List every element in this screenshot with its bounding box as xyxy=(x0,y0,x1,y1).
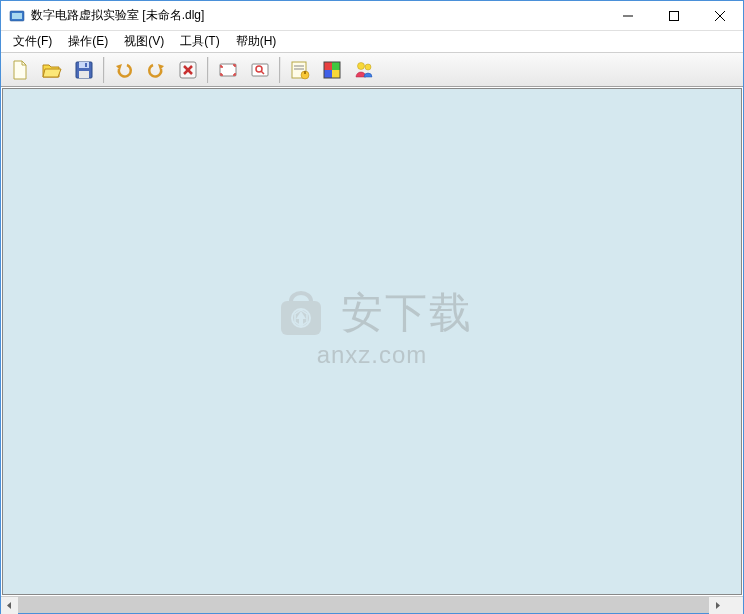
menu-tools[interactable]: 工具(T) xyxy=(172,31,227,52)
svg-rect-24 xyxy=(324,70,332,78)
svg-rect-29 xyxy=(281,301,321,335)
redo-button[interactable] xyxy=(141,56,171,84)
undo-icon xyxy=(113,59,135,81)
menu-help[interactable]: 帮助(H) xyxy=(228,31,285,52)
svg-rect-7 xyxy=(79,62,89,68)
zoom-fit-icon xyxy=(217,59,239,81)
new-document-icon xyxy=(9,59,31,81)
titlebar: 数字电路虚拟实验室 [未命名.dlg] xyxy=(1,1,743,31)
menubar: 文件(F) 操作(E) 视图(V) 工具(T) 帮助(H) xyxy=(1,31,743,53)
scroll-right-button[interactable] xyxy=(709,597,726,614)
scroll-thumb[interactable] xyxy=(18,597,709,613)
svg-point-28 xyxy=(365,64,371,70)
toolbar-separator xyxy=(207,57,209,83)
svg-rect-23 xyxy=(332,62,340,70)
toolbar xyxy=(1,53,743,87)
delete-icon xyxy=(177,59,199,81)
svg-rect-3 xyxy=(670,11,679,20)
properties-icon xyxy=(289,59,311,81)
toolbar-separator xyxy=(103,57,105,83)
watermark-text: 安下载 xyxy=(341,285,473,341)
watermark-bag-icon xyxy=(271,283,331,343)
menu-file[interactable]: 文件(F) xyxy=(5,31,60,52)
redo-icon xyxy=(145,59,167,81)
svg-rect-1 xyxy=(12,13,22,19)
users-button[interactable] xyxy=(349,56,379,84)
floppy-disk-icon xyxy=(73,59,95,81)
svg-rect-8 xyxy=(79,71,89,78)
app-icon xyxy=(9,8,25,24)
window-controls xyxy=(605,1,743,30)
scroll-track[interactable] xyxy=(18,597,709,613)
window-title: 数字电路虚拟实验室 [未命名.dlg] xyxy=(31,7,605,24)
undo-button[interactable] xyxy=(109,56,139,84)
close-button[interactable] xyxy=(697,1,743,30)
save-button[interactable] xyxy=(69,56,99,84)
svg-rect-25 xyxy=(332,70,340,78)
menu-edit[interactable]: 操作(E) xyxy=(60,31,116,52)
toolbar-separator xyxy=(279,57,281,83)
maximize-button[interactable] xyxy=(651,1,697,30)
design-canvas[interactable]: 安下载 anxz.com xyxy=(3,89,741,594)
svg-point-30 xyxy=(292,309,310,327)
scroll-left-button[interactable] xyxy=(1,597,18,614)
watermark: 安下载 anxz.com xyxy=(271,283,473,369)
scroll-corner xyxy=(726,597,743,614)
zoom-region-button[interactable] xyxy=(245,56,275,84)
horizontal-scrollbar[interactable] xyxy=(1,596,743,613)
canvas-area: 安下载 anxz.com xyxy=(2,88,742,595)
folder-open-icon xyxy=(41,59,63,81)
app-window: 数字电路虚拟实验室 [未命名.dlg] 文件(F) 操作(E) 视图(V) 工具… xyxy=(0,0,744,614)
properties-button[interactable] xyxy=(285,56,315,84)
minimize-button[interactable] xyxy=(605,1,651,30)
users-icon xyxy=(353,59,375,81)
new-button[interactable] xyxy=(5,56,35,84)
delete-button[interactable] xyxy=(173,56,203,84)
svg-rect-22 xyxy=(324,62,332,70)
menu-view[interactable]: 视图(V) xyxy=(116,31,172,52)
svg-rect-13 xyxy=(220,64,236,76)
zoom-region-icon xyxy=(249,59,271,81)
palette-icon xyxy=(321,59,343,81)
open-button[interactable] xyxy=(37,56,67,84)
svg-point-27 xyxy=(358,62,365,69)
watermark-url: anxz.com xyxy=(271,341,473,369)
svg-rect-21 xyxy=(304,71,306,74)
palette-button[interactable] xyxy=(317,56,347,84)
svg-rect-9 xyxy=(85,63,87,67)
zoom-fit-button[interactable] xyxy=(213,56,243,84)
